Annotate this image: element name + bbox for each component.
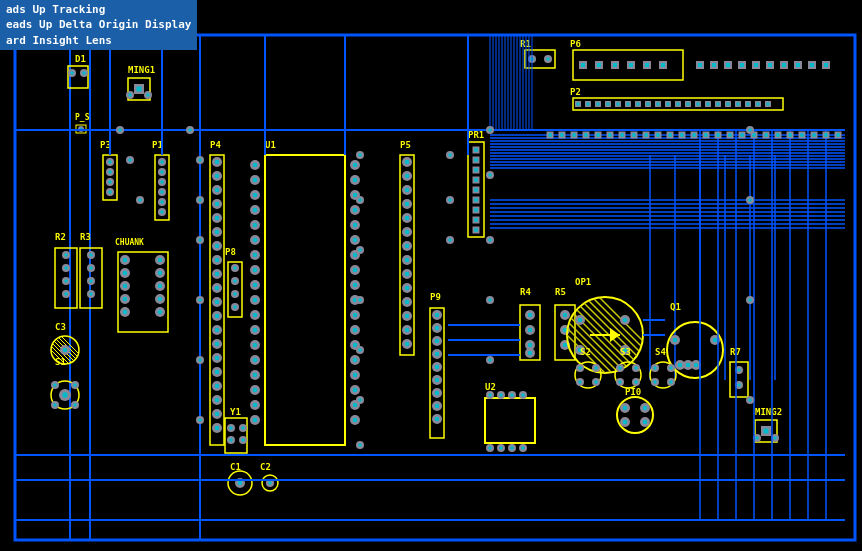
pcb-canvas — [0, 0, 862, 551]
menu-line-1: ads Up Tracking — [6, 2, 191, 17]
menu-line-2: eads Up Delta Origin Display — [6, 17, 191, 32]
menu-line-3: ard Insight Lens — [6, 33, 191, 48]
overlay-menu: ads Up Tracking eads Up Delta Origin Dis… — [0, 0, 197, 50]
